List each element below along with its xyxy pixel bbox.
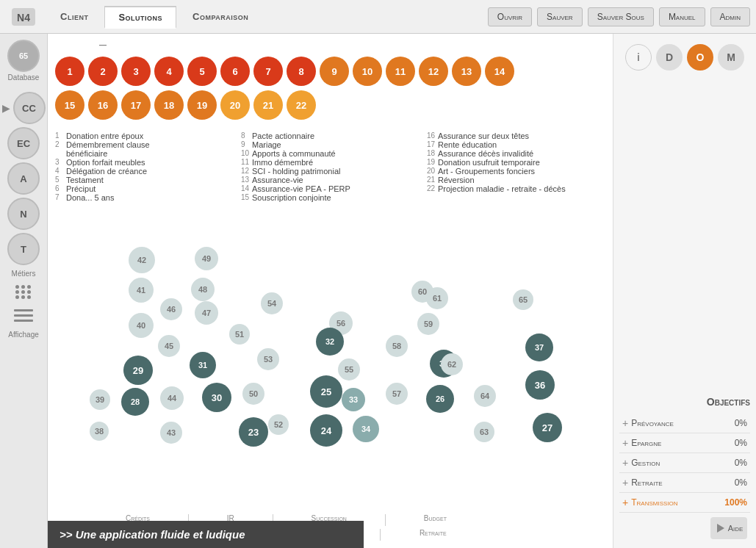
circle-17[interactable]: 17 bbox=[121, 90, 151, 120]
circle-14[interactable]: 14 bbox=[485, 57, 514, 86]
bubble-48[interactable]: 48 bbox=[191, 278, 215, 301]
prevoyance-plus[interactable]: + bbox=[622, 417, 628, 429]
bubble-52[interactable]: 52 bbox=[268, 414, 289, 435]
bubble-30[interactable]: 30 bbox=[202, 383, 231, 412]
circle-1[interactable]: 1 bbox=[55, 57, 84, 86]
circle-19[interactable]: 19 bbox=[187, 90, 217, 120]
circle-2[interactable]: 2 bbox=[88, 57, 118, 86]
info-icon-button[interactable]: i bbox=[625, 44, 652, 71]
tab-solutions[interactable]: Solutions bbox=[104, 6, 176, 29]
bubble-28[interactable]: 28 bbox=[121, 388, 149, 416]
svg-rect-3 bbox=[14, 314, 33, 317]
circle-6[interactable]: 6 bbox=[220, 57, 250, 86]
legend-19: 19Donation usufruit temporaire bbox=[427, 158, 605, 167]
obj-prevoyance: + Prévoyance 0% bbox=[619, 414, 750, 433]
bubble-34[interactable]: 34 bbox=[353, 416, 379, 442]
sidebar-n[interactable]: N bbox=[7, 198, 40, 230]
aide-button[interactable]: Aide bbox=[710, 517, 747, 539]
d-icon-button[interactable]: D bbox=[656, 44, 683, 71]
circle-3[interactable]: 3 bbox=[121, 57, 151, 86]
circle-11[interactable]: 11 bbox=[386, 57, 415, 86]
sidebar-cc[interactable]: CC bbox=[13, 92, 46, 124]
bubble-61[interactable]: 61 bbox=[426, 287, 448, 309]
bubble-51[interactable]: 51 bbox=[229, 324, 250, 345]
epargne-plus[interactable]: + bbox=[622, 437, 628, 449]
bubble-45[interactable]: 45 bbox=[158, 335, 180, 357]
arrow-icon: ▶ bbox=[2, 102, 10, 114]
prevoyance-label: Prévoyance bbox=[631, 418, 734, 428]
bubble-65[interactable]: 65 bbox=[513, 289, 533, 310]
bubble-33[interactable]: 33 bbox=[342, 388, 365, 411]
bubble-59[interactable]: 59 bbox=[417, 313, 439, 335]
circle-9[interactable]: 9 bbox=[320, 57, 349, 86]
circle-4[interactable]: 4 bbox=[154, 57, 184, 86]
bubble-41[interactable]: 41 bbox=[129, 278, 154, 303]
o-icon-button[interactable]: O bbox=[687, 44, 713, 71]
bubble-38[interactable]: 38 bbox=[90, 422, 109, 441]
circle-20[interactable]: 20 bbox=[220, 90, 250, 120]
bubble-46[interactable]: 46 bbox=[160, 298, 182, 320]
bubble-44[interactable]: 44 bbox=[160, 386, 184, 410]
affichage-label: Affichage bbox=[8, 331, 39, 339]
bubble-53[interactable]: 53 bbox=[257, 348, 279, 370]
bubble-55[interactable]: 55 bbox=[338, 358, 360, 381]
tab-client[interactable]: Client bbox=[47, 7, 101, 26]
bubble-47[interactable]: 47 bbox=[195, 301, 218, 325]
circle-18[interactable]: 18 bbox=[154, 90, 184, 120]
bubble-25[interactable]: 25 bbox=[310, 375, 342, 408]
bubble-24[interactable]: 24 bbox=[310, 414, 342, 447]
circle-7[interactable]: 7 bbox=[253, 57, 283, 86]
circle-10[interactable]: 10 bbox=[353, 57, 382, 86]
sidebar-db-circle[interactable]: 65 bbox=[7, 40, 40, 72]
sidebar-ec[interactable]: EC bbox=[7, 127, 40, 159]
bubble-49[interactable]: 49 bbox=[195, 247, 218, 270]
bubble-23[interactable]: 23 bbox=[239, 417, 268, 447]
bubble-57[interactable]: 57 bbox=[386, 383, 408, 405]
circle-22[interactable]: 22 bbox=[287, 90, 316, 120]
manuel-button[interactable]: Manuel bbox=[659, 7, 705, 26]
bubble-26[interactable]: 26 bbox=[426, 385, 454, 413]
circle-8[interactable]: 8 bbox=[287, 57, 316, 86]
circle-21[interactable]: 21 bbox=[253, 90, 283, 120]
transmission-plus[interactable]: + bbox=[622, 497, 628, 508]
tab-comparaison[interactable]: Comparaison bbox=[179, 7, 262, 26]
circle-16[interactable]: 16 bbox=[88, 90, 118, 120]
sidebar-a[interactable]: A bbox=[7, 162, 40, 195]
circle-15[interactable]: 15 bbox=[55, 90, 84, 120]
bubble-43[interactable]: 43 bbox=[160, 422, 182, 444]
ouvrir-button[interactable]: Ouvrir bbox=[488, 7, 532, 26]
legend-22: 22Projection maladie - retraite - décès bbox=[427, 184, 605, 193]
bubble-64[interactable]: 64 bbox=[474, 385, 496, 407]
m-icon-button[interactable]: M bbox=[718, 44, 744, 71]
bubble-42[interactable]: 42 bbox=[129, 247, 155, 273]
bubble-40[interactable]: 40 bbox=[129, 313, 154, 338]
bubble-39[interactable]: 39 bbox=[90, 389, 110, 410]
sauver-button[interactable]: Sauver bbox=[537, 7, 583, 26]
dots-grid-button[interactable] bbox=[10, 281, 37, 303]
sauver-sous-button[interactable]: Sauver Sous bbox=[588, 7, 654, 26]
aide-label: Aide bbox=[728, 524, 744, 533]
bubble-36[interactable]: 36 bbox=[525, 370, 555, 400]
admin-button[interactable]: Admin bbox=[710, 7, 750, 26]
bubble-31[interactable]: 31 bbox=[190, 352, 216, 378]
retraite-plus[interactable]: + bbox=[622, 477, 628, 488]
lines-icon-button[interactable] bbox=[10, 306, 37, 326]
circle-13[interactable]: 13 bbox=[452, 57, 481, 86]
top-nav: N4 Client Solutions Comparaison Ouvrir S… bbox=[0, 0, 756, 34]
gestion-plus[interactable]: + bbox=[622, 457, 628, 469]
axis-divider3 bbox=[385, 514, 386, 526]
bubble-27[interactable]: 27 bbox=[533, 413, 562, 442]
obj-retraite: + Retraite 0% bbox=[619, 473, 750, 493]
bubble-58[interactable]: 58 bbox=[386, 335, 408, 357]
bubble-50[interactable]: 50 bbox=[242, 383, 264, 405]
bubble-63[interactable]: 63 bbox=[474, 422, 494, 442]
circle-5[interactable]: 5 bbox=[187, 57, 217, 86]
bubble-29[interactable]: 29 bbox=[123, 356, 153, 385]
sidebar-t[interactable]: T bbox=[7, 233, 40, 265]
circle-12[interactable]: 12 bbox=[419, 57, 448, 86]
bubble-32[interactable]: 32 bbox=[316, 328, 344, 356]
bubble-54[interactable]: 54 bbox=[261, 292, 283, 314]
svg-marker-5 bbox=[717, 524, 724, 533]
bubble-62[interactable]: 62 bbox=[441, 353, 463, 375]
bubble-37[interactable]: 37 bbox=[525, 334, 553, 361]
